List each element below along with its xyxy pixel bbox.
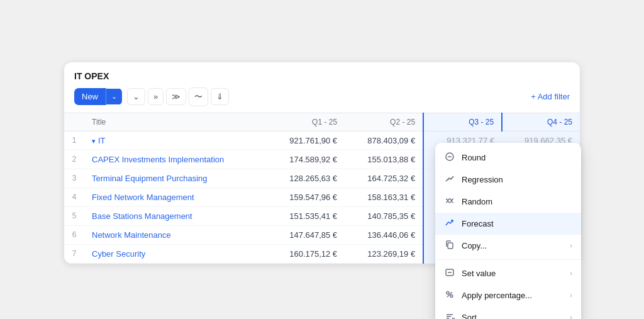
col-header-q2[interactable]: Q2 - 25 bbox=[345, 113, 423, 131]
regression-icon bbox=[444, 174, 455, 186]
cell-q2: 155.013,88 € bbox=[345, 150, 423, 169]
expand-button[interactable]: ⌄ bbox=[127, 88, 145, 105]
sort-arrow-icon: › bbox=[570, 313, 572, 319]
cell-q1: 159.547,96 € bbox=[267, 187, 345, 206]
menu-item-sort[interactable]: Sort › bbox=[435, 306, 581, 320]
double-chevron-icon: » bbox=[153, 92, 158, 101]
menu-item-regression[interactable]: Regression bbox=[435, 169, 581, 191]
cell-q1: 128.265,63 € bbox=[267, 169, 345, 187]
cell-row-num: 4 bbox=[64, 187, 84, 206]
menu-divider-1 bbox=[435, 259, 581, 260]
cell-row-num: 7 bbox=[64, 244, 84, 263]
svg-rect-2 bbox=[448, 243, 453, 249]
menu-item-round[interactable]: Round bbox=[435, 147, 581, 169]
cell-q2: 136.446,06 € bbox=[345, 225, 423, 244]
new-button[interactable]: New bbox=[74, 88, 106, 105]
apply-percentage-icon bbox=[444, 289, 455, 301]
add-filter-button[interactable]: + Add filter bbox=[531, 92, 570, 101]
menu-item-copy[interactable]: Copy... › bbox=[435, 235, 581, 257]
new-button-group: New ⌄ bbox=[74, 88, 122, 105]
sort-icon bbox=[444, 311, 455, 320]
cell-q2: 123.269,19 € bbox=[345, 244, 423, 263]
cell-row-num: 5 bbox=[64, 206, 84, 225]
menu-label-random: Random bbox=[462, 197, 492, 206]
double-chevron-down-icon: ≫ bbox=[172, 92, 180, 101]
apply-percentage-arrow-icon: › bbox=[570, 291, 572, 299]
menu-item-random[interactable]: Random bbox=[435, 191, 581, 213]
cell-row-num: 2 bbox=[64, 150, 84, 169]
cell-row-num: 1 bbox=[64, 131, 84, 150]
menu-label-forecast: Forecast bbox=[462, 219, 494, 228]
col-header-q1[interactable]: Q1 - 25 bbox=[267, 113, 345, 131]
cell-title[interactable]: Base Stations Management bbox=[84, 206, 267, 225]
svg-point-5 bbox=[447, 291, 449, 294]
cell-q1: 921.761,90 € bbox=[267, 131, 345, 150]
cell-q1: 147.647,85 € bbox=[267, 225, 345, 244]
app-container: IT OPEX New ⌄ ⌄ » ≫ 〜 ⇓ + Add filter bbox=[64, 62, 580, 264]
download-button[interactable]: ⇓ bbox=[211, 88, 229, 105]
menu-label-copy: Copy... bbox=[462, 241, 487, 250]
menu-label-set-value: Set value bbox=[462, 269, 496, 278]
cell-q1: 160.175,12 € bbox=[267, 244, 345, 263]
col-header-q4[interactable]: Q4 - 25 bbox=[502, 113, 580, 131]
context-menu: Round Regression Random Forecast bbox=[435, 143, 581, 320]
menu-item-apply-percentage[interactable]: Apply percentage... › bbox=[435, 284, 581, 306]
wave-button[interactable]: 〜 bbox=[189, 87, 208, 106]
menu-label-apply-percentage: Apply percentage... bbox=[462, 291, 532, 300]
svg-point-6 bbox=[450, 294, 453, 297]
cell-row-num: 3 bbox=[64, 169, 84, 187]
table-header-row: Title Q1 - 25 Q2 - 25 Q3 - 25 Q4 - 25 bbox=[64, 113, 580, 131]
menu-item-set-value[interactable]: Set value › bbox=[435, 262, 581, 284]
cell-title[interactable]: Network Maintenance bbox=[84, 225, 267, 244]
cell-q2: 158.163,31 € bbox=[345, 187, 423, 206]
cell-title[interactable]: Terminal Equipment Purchasing bbox=[84, 169, 267, 187]
round-icon bbox=[444, 152, 455, 164]
panel-header: IT OPEX bbox=[64, 62, 580, 87]
cell-q2: 140.785,35 € bbox=[345, 206, 423, 225]
cell-title[interactable]: Cyber Security bbox=[84, 244, 267, 263]
wave-icon: 〜 bbox=[194, 91, 203, 103]
new-dropdown-button[interactable]: ⌄ bbox=[106, 89, 122, 104]
col-header-q3[interactable]: Q3 - 25 bbox=[423, 113, 502, 131]
panel-title: IT OPEX bbox=[74, 71, 570, 81]
forecast-icon bbox=[444, 218, 455, 230]
set-value-arrow-icon: › bbox=[570, 269, 572, 277]
expand-all-button[interactable]: » bbox=[148, 88, 164, 105]
set-value-icon bbox=[444, 267, 455, 279]
menu-label-regression: Regression bbox=[462, 175, 503, 184]
cell-q1: 151.535,41 € bbox=[267, 206, 345, 225]
cell-title[interactable]: ▾IT bbox=[84, 131, 267, 150]
copy-arrow-icon: › bbox=[570, 242, 572, 249]
cell-q1: 174.589,92 € bbox=[267, 150, 345, 169]
col-header-row bbox=[64, 113, 84, 131]
cell-row-num: 6 bbox=[64, 225, 84, 244]
toolbar: New ⌄ ⌄ » ≫ 〜 ⇓ + Add filter bbox=[64, 87, 580, 113]
random-icon bbox=[444, 196, 455, 208]
cell-title[interactable]: CAPEX Investments Implementation bbox=[84, 150, 267, 169]
copy-icon bbox=[444, 240, 455, 252]
cell-q2: 164.725,32 € bbox=[345, 169, 423, 187]
menu-label-round: Round bbox=[462, 153, 486, 162]
cell-q2: 878.403,09 € bbox=[345, 131, 423, 150]
download-icon: ⇓ bbox=[216, 92, 223, 101]
col-header-title[interactable]: Title bbox=[84, 113, 267, 131]
chevron-down-icon: ⌄ bbox=[133, 92, 140, 101]
collapse-button[interactable]: ≫ bbox=[166, 88, 186, 105]
menu-item-forecast[interactable]: Forecast bbox=[435, 213, 581, 235]
cell-title[interactable]: Fixed Network Management bbox=[84, 187, 267, 206]
menu-label-sort: Sort bbox=[462, 313, 477, 320]
